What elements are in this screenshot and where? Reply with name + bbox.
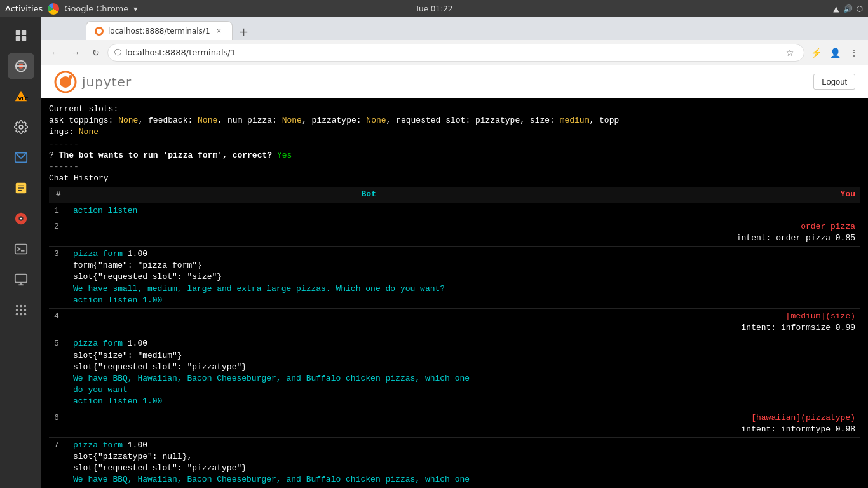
col-num: #	[49, 187, 68, 203]
col-you: You	[669, 187, 860, 203]
slots-line2-top: ask toppings: None, feedback: None, num …	[49, 116, 619, 125]
svg-rect-20	[15, 245, 26, 254]
divider-mid: ------	[49, 161, 860, 173]
chrome-icon	[48, 3, 59, 15]
svg-point-35	[97, 29, 102, 34]
battery-icon: ⬡	[857, 4, 863, 13]
browser-menu-button[interactable]: ⋮	[845, 44, 863, 62]
extensions-button[interactable]: ⚡	[807, 44, 825, 62]
reload-button[interactable]: ↻	[87, 44, 105, 62]
svg-point-29	[20, 309, 22, 311]
svg-point-31	[15, 313, 18, 316]
svg-point-25	[15, 305, 18, 308]
forward-button[interactable]: →	[67, 44, 85, 62]
svg-point-33	[24, 313, 26, 316]
chat-history-table: # Bot You 1 action listen 2	[49, 187, 860, 488]
sidebar-icon-settings[interactable]	[8, 114, 34, 140]
active-tab[interactable]: localhost:8888/terminals/1 ×	[86, 21, 233, 40]
app-menu-arrow[interactable]: ▾	[133, 4, 137, 13]
jupyter-logo-icon	[54, 71, 77, 93]
chat-row-2: 2 order pizzaintent: order pizza 0.85	[49, 219, 860, 246]
browser-toolbar: ← → ↻ ⓘ localhost:8888/terminals/1 ☆ ⚡ 👤…	[41, 40, 868, 65]
bookmark-icon[interactable]: ☆	[782, 45, 797, 60]
svg-point-26	[20, 305, 22, 308]
chat-row-5: 5 pizza form 1.00 slot{"size": "medium"}…	[49, 336, 860, 410]
secure-icon: ⓘ	[114, 48, 121, 57]
main-content: localhost:8888/terminals/1 × + ← → ↻ ⓘ l…	[41, 17, 868, 488]
tab-bar: localhost:8888/terminals/1 × +	[41, 17, 868, 40]
svg-rect-0	[15, 30, 20, 35]
app-name[interactable]: Google Chrome	[64, 4, 128, 13]
chat-row-7: 7 pizza form 1.00 slot{"pizzatype": null…	[49, 437, 860, 488]
terminal-content: Current slots: ask toppings: None, feedb…	[49, 104, 860, 488]
slots-label-top: Current slots:	[49, 104, 118, 114]
slots-line3-top: ings: None	[49, 127, 98, 137]
sidebar-icon-notes[interactable]	[8, 175, 34, 201]
sidebar-icon-music[interactable]	[8, 205, 34, 232]
svg-rect-22	[15, 274, 26, 283]
jupyter-logo: jupyter	[54, 71, 132, 93]
system-time: Tue 01:22	[416, 4, 453, 13]
tab-close-button[interactable]: ×	[214, 26, 224, 36]
sidebar-icon-browser[interactable]	[8, 53, 34, 79]
svg-rect-2	[15, 36, 20, 41]
svg-point-19	[20, 218, 22, 220]
network-icon: ▲	[833, 4, 839, 13]
activities-button[interactable]: Activities	[5, 4, 43, 13]
profile-button[interactable]: 👤	[826, 44, 844, 62]
address-text: localhost:8888/terminals/1	[125, 48, 778, 57]
os-bar: Activities Google Chrome ▾ Tue 01:22 ▲ 🔊…	[0, 0, 868, 17]
divider-top: ------	[49, 139, 860, 150]
svg-point-32	[20, 313, 22, 316]
sidebar-icon-vlc[interactable]: VLC	[8, 83, 34, 110]
tab-favicon	[94, 26, 104, 36]
sidebar-icon-mail[interactable]	[8, 144, 34, 171]
svg-rect-1	[21, 30, 25, 35]
chat-row-4: 4 [medium](size)intent: informsize 0.99	[49, 309, 860, 336]
chat-row-3: 3 pizza form 1.00 form{"name": "pizza fo…	[49, 247, 860, 309]
col-bot: Bot	[68, 187, 669, 203]
sidebar-icon-grid[interactable]	[8, 297, 34, 323]
jupyter-title: jupyter	[82, 74, 132, 90]
svg-point-11	[19, 125, 23, 129]
tab-title: localhost:8888/terminals/1	[108, 27, 210, 36]
svg-point-30	[24, 309, 26, 311]
app-sidebar: VLC	[0, 17, 41, 488]
volume-icon: 🔊	[843, 4, 853, 13]
terminal-output[interactable]: Current slots: ask toppings: None, feedb…	[41, 98, 868, 488]
svg-point-28	[15, 309, 18, 311]
sidebar-icon-terminal[interactable]	[8, 236, 34, 262]
svg-text:VLC: VLC	[18, 96, 28, 102]
sidebar-icon-display[interactable]	[8, 266, 34, 293]
new-tab-button[interactable]: +	[235, 22, 253, 40]
back-button[interactable]: ←	[46, 44, 64, 62]
svg-rect-3	[21, 36, 25, 41]
sidebar-icon-files[interactable]	[8, 22, 34, 49]
chat-history-label: Chat History	[49, 173, 860, 184]
address-bar[interactable]: ⓘ localhost:8888/terminals/1 ☆	[107, 44, 804, 62]
jupyter-header: jupyter Logout	[41, 65, 868, 98]
prompt-pizza-form: ? The bot wants to run 'pizza form', cor…	[49, 150, 860, 161]
svg-point-27	[24, 305, 26, 308]
chat-row-1: 1 action listen	[49, 203, 860, 219]
logout-button[interactable]: Logout	[813, 74, 855, 90]
svg-point-38	[69, 75, 72, 79]
chat-row-6: 6 [hawaiian](pizzatype)intent: informtyp…	[49, 410, 860, 437]
